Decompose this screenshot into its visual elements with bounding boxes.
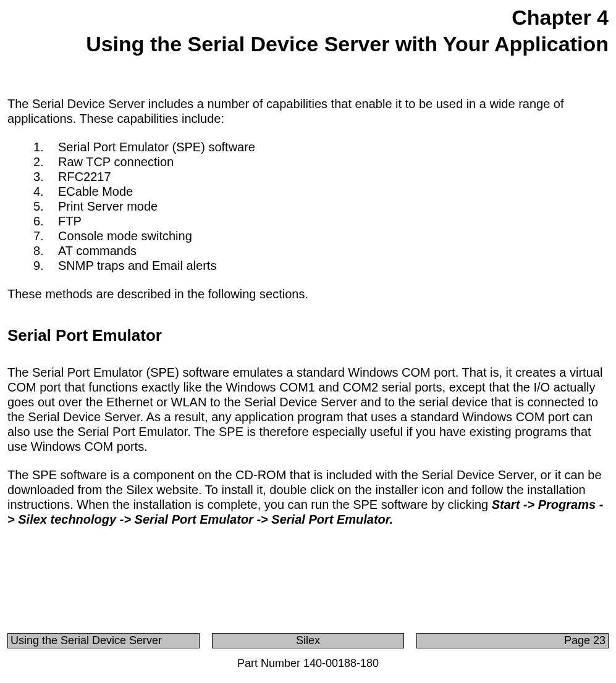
list-text: ECable Mode <box>58 184 133 199</box>
list-text: Raw TCP connection <box>58 154 174 169</box>
list-item: 7.Console mode switching <box>33 228 609 243</box>
footer-center: Silex <box>212 633 404 649</box>
list-item: 5.Print Server mode <box>33 199 609 214</box>
footer-right: Page 23 <box>416 633 609 649</box>
list-number: 3. <box>33 169 58 184</box>
list-number: 5. <box>33 199 58 214</box>
list-number: 4. <box>33 184 58 199</box>
list-text: Serial Port Emulator (SPE) software <box>58 140 255 154</box>
list-item: 2.Raw TCP connection <box>33 154 609 169</box>
body-paragraph-2: The SPE software is a component on the C… <box>7 467 609 527</box>
list-number: 6. <box>33 214 58 228</box>
list-number: 7. <box>33 228 58 243</box>
list-number: 8. <box>33 243 58 258</box>
body-paragraph-1: The Serial Port Emulator (SPE) software … <box>7 365 609 454</box>
chapter-label: Chapter 4 <box>7 5 609 30</box>
chapter-title: Using the Serial Device Server with Your… <box>7 31 609 57</box>
list-text: Console mode switching <box>58 228 192 243</box>
list-item: 6.FTP <box>33 214 609 228</box>
footer-left: Using the Serial Device Server <box>7 633 200 649</box>
footer-row: Using the Serial Device Server Silex Pag… <box>7 633 609 649</box>
list-text: Print Server mode <box>58 199 158 214</box>
list-item: 9.SNMP traps and Email alerts <box>33 258 609 273</box>
page-footer: Using the Serial Device Server Silex Pag… <box>7 633 609 671</box>
list-item: 1.Serial Port Emulator (SPE) software <box>33 140 609 154</box>
methods-paragraph: These methods are described in the follo… <box>7 287 609 301</box>
list-item: 3.RFC2217 <box>33 169 609 184</box>
list-item: 4.ECable Mode <box>33 184 609 199</box>
intro-paragraph: The Serial Device Server includes a numb… <box>7 96 609 126</box>
list-text: SNMP traps and Email alerts <box>58 258 216 273</box>
part-number: Part Number 140-00188-180 <box>7 657 609 671</box>
section-heading: Serial Port Emulator <box>7 326 609 345</box>
list-number: 9. <box>33 258 58 273</box>
list-number: 1. <box>33 140 58 154</box>
capabilities-list: 1.Serial Port Emulator (SPE) software 2.… <box>33 140 609 273</box>
list-item: 8.AT commands <box>33 243 609 258</box>
list-text: FTP <box>58 214 82 228</box>
list-text: RFC2217 <box>58 169 111 184</box>
list-number: 2. <box>33 154 58 169</box>
list-text: AT commands <box>58 243 137 258</box>
